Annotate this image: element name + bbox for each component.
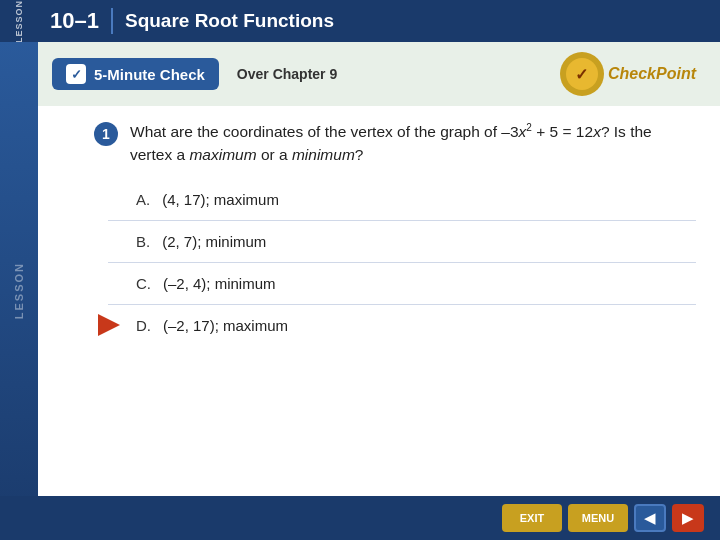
left-strip: LESSON bbox=[0, 42, 38, 540]
answer-label-c: C. bbox=[136, 275, 151, 292]
checkpoint-text: CheckPoint bbox=[608, 65, 696, 83]
correct-answer-arrow bbox=[98, 314, 128, 336]
lesson-tab: LESSON bbox=[0, 0, 38, 42]
answer-row-a: A. (4, 17); maximum bbox=[108, 179, 696, 221]
bottom-nav-bar: EXIT MENU ◀ ▶ bbox=[0, 496, 720, 540]
answer-row-d: D. (–2, 17); maximum bbox=[108, 305, 696, 346]
exit-button[interactable]: EXIT bbox=[502, 504, 562, 532]
checkpoint-logo: ✓ CheckPoint bbox=[560, 52, 696, 96]
check-icon: ✓ bbox=[66, 64, 86, 84]
answer-text-c: (–2, 4); minimum bbox=[163, 275, 276, 292]
lesson-tab-label: LESSON bbox=[14, 0, 24, 43]
five-min-badge: ✓ 5-Minute Check bbox=[52, 58, 219, 90]
answer-row-c: C. (–2, 4); minimum bbox=[108, 263, 696, 305]
answer-label-a: A. bbox=[136, 191, 150, 208]
five-min-left: ✓ 5-Minute Check Over Chapter 9 bbox=[52, 58, 337, 90]
forward-button[interactable]: ▶ bbox=[672, 504, 704, 532]
back-button[interactable]: ◀ bbox=[634, 504, 666, 532]
answers-list: A. (4, 17); maximum B. (2, 7); minimum C… bbox=[108, 179, 696, 346]
question-text: What are the coordinates of the vertex o… bbox=[130, 120, 696, 167]
answer-label-b: B. bbox=[136, 233, 150, 250]
header-title: Square Root Functions bbox=[125, 10, 334, 32]
answer-text-d: (–2, 17); maximum bbox=[163, 317, 288, 334]
menu-button[interactable]: MENU bbox=[568, 504, 628, 532]
question-header: 1 What are the coordinates of the vertex… bbox=[94, 120, 696, 167]
question-block: 1 What are the coordinates of the vertex… bbox=[94, 120, 696, 167]
checkpoint-symbol: ✓ bbox=[575, 65, 588, 84]
checkpoint-icon: ✓ bbox=[560, 52, 604, 96]
header-bar: LESSON 10–1 Square Root Functions bbox=[0, 0, 720, 42]
answer-text-a: (4, 17); maximum bbox=[162, 191, 279, 208]
answer-label-d: D. bbox=[136, 317, 151, 334]
check-symbol: ✓ bbox=[71, 67, 82, 82]
slide: LESSON 10–1 Square Root Functions LESSON… bbox=[0, 0, 720, 540]
five-min-check-bar: ✓ 5-Minute Check Over Chapter 9 ✓ CheckP… bbox=[38, 42, 720, 106]
answer-row-b: B. (2, 7); minimum bbox=[108, 221, 696, 263]
main-content: ✓ 5-Minute Check Over Chapter 9 ✓ CheckP… bbox=[38, 42, 720, 540]
left-strip-text: LESSON bbox=[13, 262, 25, 319]
five-min-label: 5-Minute Check bbox=[94, 66, 205, 83]
question-number-badge: 1 bbox=[94, 122, 118, 146]
lesson-number: 10–1 bbox=[50, 8, 113, 34]
checkpoint-inner: ✓ bbox=[566, 58, 598, 90]
arrow-shape bbox=[98, 314, 120, 336]
answer-text-b: (2, 7); minimum bbox=[162, 233, 266, 250]
over-chapter-text: Over Chapter 9 bbox=[237, 66, 337, 82]
